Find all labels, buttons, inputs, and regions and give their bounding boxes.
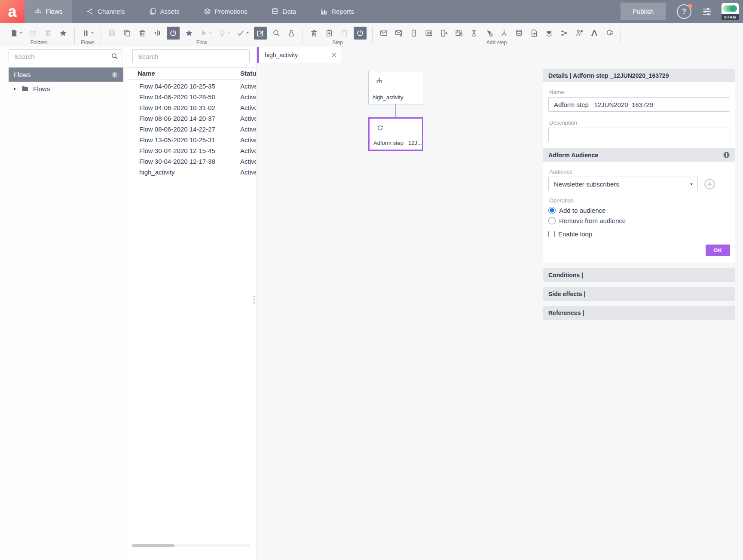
add-wait-step-button[interactable] <box>468 28 480 39</box>
add-loyalty-step-button[interactable] <box>544 28 555 39</box>
pause-flows-button[interactable] <box>80 28 95 39</box>
hourglass-icon <box>470 29 478 37</box>
activate-step-button[interactable] <box>354 27 367 40</box>
flow-node-adform-step[interactable]: Adform step _12J... <box>368 117 423 151</box>
flow-node-high-activity[interactable]: high_activity <box>368 71 423 104</box>
horizontal-scrollbar[interactable] <box>132 544 251 547</box>
info-icon[interactable] <box>111 71 118 78</box>
nav-item-channels[interactable]: Channels <box>76 0 135 23</box>
table-row[interactable]: Flow 08-06-2020 14-20-37Active <box>127 113 257 124</box>
references-section-header[interactable]: References | <box>543 306 735 320</box>
operation-option-add[interactable]: Add to audience <box>548 207 730 214</box>
reports-icon <box>320 8 327 15</box>
tab-high-activity[interactable]: high_activity <box>257 47 342 63</box>
table-row[interactable]: Flow 04-06-2020 10-25-35Active <box>127 81 257 92</box>
ok-button[interactable]: OK <box>706 245 730 256</box>
add-data-step-button[interactable] <box>514 28 525 39</box>
sitemap-icon <box>376 77 383 85</box>
scrollbar-thumb[interactable] <box>132 544 174 547</box>
nav-item-assets[interactable]: Assets <box>139 0 190 23</box>
column-header-status[interactable]: Status <box>240 68 256 79</box>
close-icon[interactable] <box>331 52 336 58</box>
enable-loop-option[interactable]: Enable loop <box>548 230 730 238</box>
new-folder-icon <box>10 29 18 37</box>
info-icon[interactable] <box>723 151 730 159</box>
delete-step-button[interactable] <box>309 28 320 39</box>
table-row[interactable]: Flow 04-06-2020 10-28-50Active <box>127 92 257 102</box>
trash-icon <box>310 29 318 37</box>
tree-item-label: Flows <box>33 85 50 92</box>
nav-item-reports[interactable]: Reports <box>310 0 364 23</box>
name-field[interactable] <box>548 97 730 112</box>
nav-item-flows[interactable]: Flows <box>24 0 72 23</box>
add-schedule-step-button[interactable] <box>453 28 465 39</box>
search-flow-button[interactable] <box>271 28 282 39</box>
svg-text:$: $ <box>400 34 402 37</box>
validate-flow-button[interactable] <box>235 28 250 39</box>
panel-resize-handle[interactable] <box>253 296 255 303</box>
table-row[interactable]: high_activityActive <box>127 167 257 177</box>
add-google-ads-step-button[interactable] <box>589 28 600 39</box>
add-audience-button[interactable] <box>704 178 715 190</box>
flow-status: Active <box>240 113 256 124</box>
flow-list-panel: Name Status Flow 04-06-2020 10-25-35Acti… <box>127 47 257 560</box>
favorite-flow-button[interactable] <box>183 28 195 39</box>
add-email-step-button[interactable] <box>378 28 389 39</box>
add-export-step-button[interactable] <box>529 28 540 39</box>
table-row[interactable]: Flow 13-05-2020 10-25-31Active <box>127 135 257 145</box>
flow-status: Active <box>240 92 256 102</box>
copy-flow-button[interactable] <box>122 28 133 39</box>
settings-sliders-icon[interactable] <box>702 7 712 16</box>
add-audience-step-button[interactable] <box>574 28 585 39</box>
activate-flow-button[interactable] <box>167 27 180 40</box>
new-folder-button[interactable] <box>9 28 24 39</box>
add-push-step-button[interactable] <box>438 28 449 39</box>
conditions-section-header[interactable]: Conditions | <box>543 268 735 282</box>
side-effects-section-header[interactable]: Side effects | <box>543 287 735 301</box>
save-flow-button[interactable] <box>107 28 118 39</box>
add-adform-step-button[interactable]: ads <box>604 28 615 39</box>
trigger-flow-button[interactable] <box>217 28 232 39</box>
run-flow-button[interactable] <box>199 28 213 39</box>
paste-step-button[interactable] <box>339 28 350 39</box>
table-row[interactable]: Flow 30-04-2020 12-15-45Active <box>127 145 257 156</box>
align-flow-button[interactable] <box>152 28 163 39</box>
delete-flow-button[interactable] <box>137 28 148 39</box>
tree-item-flows[interactable]: Flows <box>13 85 50 92</box>
flow-name: Flow 04-06-2020 10-31-02 <box>127 102 257 113</box>
edit-folder-button[interactable] <box>28 28 39 39</box>
flow-canvas[interactable]: high_activity high_activity Adform step … <box>257 47 743 560</box>
add-print-step-button[interactable] <box>423 28 434 39</box>
loop-icon <box>376 125 384 132</box>
tree-caret-icon[interactable] <box>13 87 17 91</box>
nav-item-data[interactable]: Data <box>261 0 306 23</box>
edit-flow-button[interactable] <box>254 27 267 40</box>
delete-folder-button[interactable] <box>43 28 54 39</box>
column-header-name[interactable]: Name <box>127 70 155 77</box>
tab-title: high_activity <box>265 52 298 58</box>
copy-step-button[interactable] <box>324 28 335 39</box>
agillic-logo[interactable]: a <box>0 0 24 23</box>
favorite-folder-button[interactable] <box>58 28 69 39</box>
flows-panel-header[interactable]: Flows <box>9 67 123 82</box>
add-to-audience-radio[interactable] <box>548 207 556 214</box>
add-event-wait-step-button[interactable] <box>483 28 495 39</box>
add-sms-step-button[interactable] <box>408 28 419 39</box>
table-row[interactable]: Flow 08-06-2020 14-22-27Active <box>127 124 257 135</box>
help-button[interactable]: ? <box>677 4 691 19</box>
add-integration-step-button[interactable] <box>559 28 570 39</box>
test-flow-button[interactable] <box>286 28 297 39</box>
audience-select[interactable]: Newsletter subscribers <box>548 177 698 191</box>
publish-button[interactable]: Publish <box>621 3 666 20</box>
enable-loop-checkbox[interactable] <box>548 231 555 237</box>
flow-search-input[interactable] <box>132 49 250 63</box>
nav-item-promotions[interactable]: Promotions <box>194 0 257 23</box>
table-row[interactable]: Flow 04-06-2020 10-31-02Active <box>127 102 257 113</box>
folder-search-input[interactable] <box>9 49 122 63</box>
description-field[interactable] <box>548 128 730 142</box>
add-paid-email-step-button[interactable]: $ <box>393 28 404 39</box>
add-split-step-button[interactable] <box>498 28 510 39</box>
table-row[interactable]: Flow 30-04-2020 12-17-38Active <box>127 156 257 167</box>
operation-option-remove[interactable]: Remove from audience <box>548 217 730 224</box>
remove-from-audience-radio[interactable] <box>548 217 556 224</box>
